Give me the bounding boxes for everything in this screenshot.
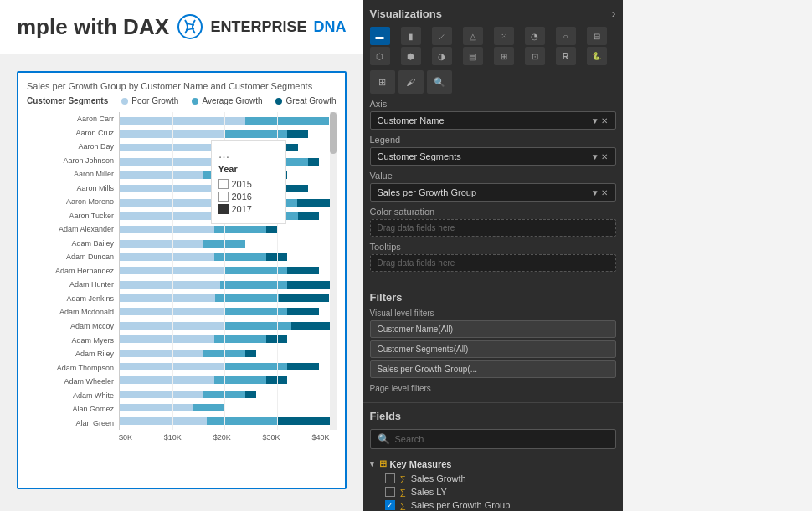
tooltips-drop[interactable]: Drag data fields here: [370, 254, 616, 272]
gauge-icon[interactable]: ◑: [432, 47, 452, 65]
bar-segment-15-1: [224, 322, 291, 330]
x-label-4: $40K: [311, 433, 329, 442]
filter-customer-segments[interactable]: Customer Segments(All): [370, 340, 616, 358]
legend-avg: Average Growth: [192, 96, 262, 105]
year-2017-check[interactable]: [218, 204, 229, 214]
field-checkbox-0-2[interactable]: ✓: [385, 500, 395, 510]
format-tool-btn[interactable]: 🖌: [398, 70, 424, 94]
field-item-0-2[interactable]: ✓∑Sales per Growth Group: [370, 498, 616, 511]
year-2017[interactable]: 2017: [218, 204, 279, 214]
legend-dropdown-icon[interactable]: ▼ ✕: [591, 152, 609, 161]
chart-container: Sales per Growth Group by Customer Name …: [17, 71, 347, 489]
search-box[interactable]: 🔍 Search: [370, 429, 616, 449]
r-icon[interactable]: R: [556, 47, 576, 65]
bar-segment-21-0: [120, 404, 193, 411]
area-chart-icon[interactable]: △: [463, 27, 483, 45]
field-label-0-0: Sales Growth: [411, 473, 466, 483]
scatter-icon[interactable]: ⁙: [494, 27, 514, 45]
legend-field[interactable]: Customer Segments ▼ ✕: [370, 147, 616, 166]
bar-segment-19-1: [214, 376, 267, 384]
treemap-icon[interactable]: ⊟: [587, 27, 607, 45]
legend-avg-label: Average Growth: [202, 96, 262, 105]
poor-dot: [121, 98, 128, 105]
tooltips-section: Tooltips Drag data fields here: [370, 242, 616, 272]
analytics-tool-btn[interactable]: 🔍: [427, 70, 452, 94]
value-label-text: Value: [370, 171, 616, 181]
map-icon[interactable]: ⬡: [370, 47, 390, 65]
year-2016-label: 2016: [232, 192, 252, 202]
py-icon[interactable]: 🐍: [587, 47, 607, 65]
bar-segment-0-1: [245, 117, 329, 125]
y-label-9: Adam Bailey: [27, 237, 114, 250]
field-group-header-0[interactable]: ▾⊞Key Measures: [370, 456, 616, 472]
axis-label: Axis: [370, 99, 616, 109]
bar-segment-19-0: [120, 376, 214, 384]
viz-tools-row: ⊞ 🖌 🔍: [370, 70, 616, 94]
group-name-0: Key Measures: [390, 459, 452, 469]
field-label-0-2: Sales per Growth Group: [411, 500, 511, 510]
search-icon: 🔍: [378, 433, 390, 445]
fields-tool-btn[interactable]: ⊞: [370, 70, 395, 94]
field-type-icon-0-1: ∑: [400, 488, 406, 497]
color-saturation-label: Color saturation: [370, 207, 616, 217]
bar-segment-17-2: [245, 350, 256, 357]
bar-segment-10-0: [120, 253, 214, 261]
color-saturation-section: Color saturation Drag data fields here: [370, 207, 616, 237]
value-dropdown-icon[interactable]: ▼ ✕: [591, 188, 609, 197]
table-icon[interactable]: ⊞: [494, 47, 514, 65]
field-checkbox-0-1[interactable]: [385, 487, 395, 497]
tooltips-label: Tooltips: [370, 242, 616, 252]
color-saturation-drop[interactable]: Drag data fields here: [370, 219, 616, 237]
bar-segment-16-1: [214, 335, 267, 343]
matrix-icon[interactable]: ⊡: [525, 47, 545, 65]
bar-segment-16-0: [120, 335, 214, 343]
field-label-0-1: Sales LY: [411, 487, 447, 497]
grid-line-1: [172, 112, 173, 430]
y-label-20: Adam White: [27, 389, 114, 402]
field-item-0-1[interactable]: ∑Sales LY: [370, 485, 616, 498]
value-field[interactable]: Sales per Growth Group ▼ ✕: [370, 183, 616, 202]
legend-poor: Poor Growth: [121, 96, 178, 105]
card-icon[interactable]: ▤: [463, 47, 483, 65]
bar-chart-icon[interactable]: ▬: [370, 27, 390, 45]
field-item-0-0[interactable]: ∑Sales Growth: [370, 472, 616, 485]
donut-icon[interactable]: ○: [556, 27, 576, 45]
legend-great-label: Great Growth: [285, 96, 336, 105]
field-checkbox-0-0[interactable]: [385, 473, 395, 483]
y-label-2: Aaron Day: [27, 140, 114, 153]
filter-customer-name[interactable]: Customer Name(All): [370, 320, 616, 338]
main-area: mple with DAX ENTERPRISE DNA Sales per G…: [0, 0, 363, 511]
axis-section: Axis Customer Name ▼ ✕: [370, 99, 616, 130]
year-filter[interactable]: … Year 2015 2016 2017: [211, 140, 286, 224]
year-2015[interactable]: 2015: [218, 179, 279, 189]
bar-segment-8-1: [214, 226, 267, 233]
pie-icon[interactable]: ◔: [525, 27, 545, 45]
filter-sales-growth[interactable]: Sales per Growth Group(...: [370, 360, 616, 378]
axis-dropdown-icon[interactable]: ▼ ✕: [591, 116, 609, 125]
chart-legend: Customer Segments Poor Growth Average Gr…: [27, 96, 337, 105]
legend-section: Legend Customer Segments ▼ ✕: [370, 135, 616, 166]
axis-value: Customer Name: [378, 115, 445, 125]
chevron-icon-0: ▾: [370, 460, 374, 468]
y-label-4: Aaron Miller: [27, 167, 114, 181]
year-2016[interactable]: 2016: [218, 192, 279, 202]
filled-map-icon[interactable]: ⬢: [401, 47, 421, 65]
bar-segment-13-2: [279, 294, 330, 302]
page-title: mple with DAX: [17, 14, 169, 40]
bar-segment-4-0: [120, 171, 203, 179]
y-label-0: Aaron Carr: [27, 112, 114, 125]
bar-segment-1-2: [287, 130, 308, 138]
year-2016-check[interactable]: [218, 192, 229, 202]
bar-segment-17-0: [120, 350, 203, 357]
x-axis: $0K$10K$20K$30K$40K: [27, 430, 337, 442]
axis-field[interactable]: Customer Name ▼ ✕: [370, 111, 616, 130]
scrollbar[interactable]: [330, 112, 337, 430]
year-2015-check[interactable]: [218, 179, 229, 189]
column-chart-icon[interactable]: ▮: [401, 27, 421, 45]
header-bar: mple with DAX ENTERPRISE DNA: [0, 0, 363, 54]
scrollbar-thumb[interactable]: [330, 112, 337, 154]
bar-segment-7-2: [298, 212, 319, 220]
svg-point-0: [178, 15, 202, 38]
viz-expand-icon[interactable]: ›: [612, 7, 616, 20]
line-chart-icon[interactable]: ⟋: [432, 27, 452, 45]
